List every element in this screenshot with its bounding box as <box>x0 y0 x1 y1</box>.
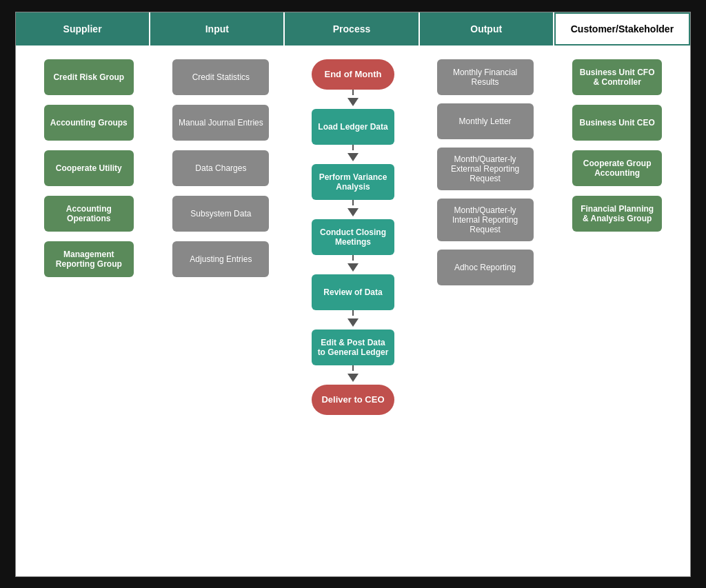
input-item-0: Credit Statistics <box>172 59 269 95</box>
supplier-item-1: Accounting Groups <box>44 105 134 141</box>
customer-item-2: Cooperate Group Accounting <box>572 150 662 186</box>
supplier-column: Credit Risk Group Accounting Groups Coop… <box>23 59 155 415</box>
arrow-3 <box>347 255 359 274</box>
header-row: Supplier Input Process Output Customer/S… <box>16 12 690 45</box>
header-process: Process <box>285 12 419 45</box>
process-column: End of Month Load Ledger Data Perform Va… <box>287 59 419 415</box>
arrow-0 <box>347 90 359 109</box>
input-item-4: Adjusting Entries <box>172 241 269 277</box>
supplier-item-2: Cooperate Utility <box>44 150 134 186</box>
output-item-4: Adhoc Reporting <box>437 250 534 285</box>
arrow-2 <box>347 200 359 219</box>
input-item-3: Subsystem Data <box>172 196 269 232</box>
supplier-item-4: Management Reporting Group <box>44 241 134 277</box>
customer-item-3: Financial Planning & Analysis Group <box>572 196 662 232</box>
customer-column: Business Unit CFO & Controller Business … <box>551 59 683 415</box>
process-item-0: End of Month <box>312 59 394 90</box>
arrow-5 <box>347 365 359 385</box>
customer-item-1: Business Unit CEO <box>572 105 662 141</box>
output-item-1: Monthly Letter <box>437 103 534 139</box>
header-output: Output <box>420 12 554 45</box>
input-item-2: Data Charges <box>172 150 269 186</box>
input-item-1: Manual Journal Entries <box>172 105 269 141</box>
supplier-item-3: Accounting Operations <box>44 196 134 232</box>
header-supplier: Supplier <box>16 12 150 45</box>
process-item-4: Review of Data <box>312 274 394 310</box>
output-item-0: Monthly Financial Results <box>437 59 534 95</box>
output-item-3: Month/Quarter-ly Internal Reporting Requ… <box>437 199 534 241</box>
process-item-6: Deliver to CEO <box>312 385 394 415</box>
header-customer: Customer/Stakeholder <box>554 12 690 45</box>
input-column: Credit Statistics Manual Journal Entries… <box>155 59 288 415</box>
supplier-item-0: Credit Risk Group <box>44 59 134 95</box>
process-item-1: Load Ledger Data <box>312 109 394 145</box>
process-item-5: Edit & Post Data to General Ledger <box>312 330 394 365</box>
content-area: Credit Risk Group Accounting Groups Coop… <box>16 45 690 429</box>
arrow-1 <box>347 145 359 164</box>
output-item-2: Month/Quarter-ly External Reporting Requ… <box>437 148 534 190</box>
process-item-3: Conduct Closing Meetings <box>312 219 394 255</box>
header-input: Input <box>150 12 285 45</box>
process-item-2: Perform Variance Analysis <box>312 164 394 200</box>
output-column: Monthly Financial Results Monthly Letter… <box>419 59 552 415</box>
customer-item-0: Business Unit CFO & Controller <box>572 59 662 95</box>
arrow-4 <box>347 310 359 330</box>
diagram-wrapper: Supplier Input Process Output Customer/S… <box>15 12 691 577</box>
